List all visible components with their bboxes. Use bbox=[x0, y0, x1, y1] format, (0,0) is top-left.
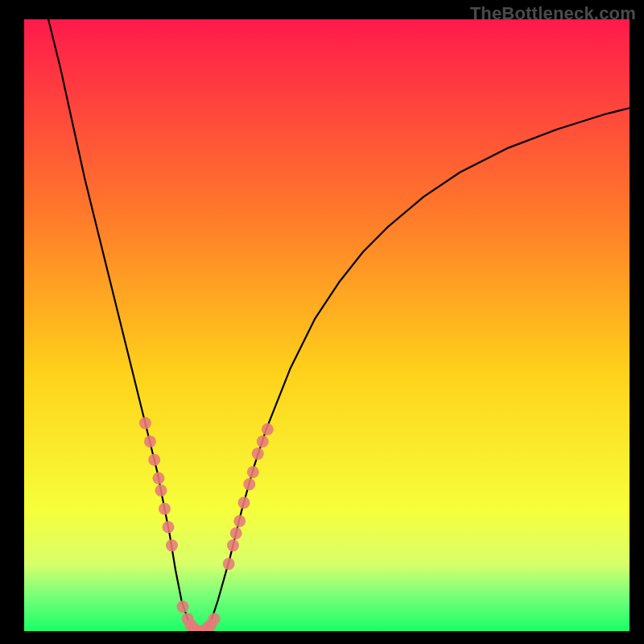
watermark-text: TheBottleneck.com bbox=[470, 3, 636, 24]
marker-dot bbox=[252, 448, 264, 460]
marker-dot bbox=[227, 539, 239, 551]
marker-dot bbox=[155, 485, 167, 497]
marker-dot bbox=[208, 613, 221, 625]
marker-dot bbox=[162, 521, 174, 533]
plot-area bbox=[24, 19, 630, 631]
chart-frame: TheBottleneck.com bbox=[0, 0, 644, 644]
marker-dot bbox=[223, 558, 235, 570]
marker-dot bbox=[257, 436, 269, 448]
marker-dot bbox=[247, 466, 259, 478]
marker-dot bbox=[230, 527, 242, 539]
marker-dot bbox=[262, 423, 274, 436]
marker-dot bbox=[159, 503, 171, 515]
plot-svg bbox=[24, 19, 630, 631]
marker-dot bbox=[139, 417, 151, 429]
marker-dot bbox=[166, 539, 178, 551]
marker-dot bbox=[177, 601, 189, 613]
gradient-background bbox=[24, 19, 630, 631]
marker-dot bbox=[237, 497, 250, 509]
marker-dot bbox=[243, 478, 255, 490]
marker-dot bbox=[152, 473, 164, 485]
marker-dot bbox=[144, 436, 156, 448]
marker-dot bbox=[148, 454, 160, 466]
marker-dot bbox=[233, 515, 246, 527]
